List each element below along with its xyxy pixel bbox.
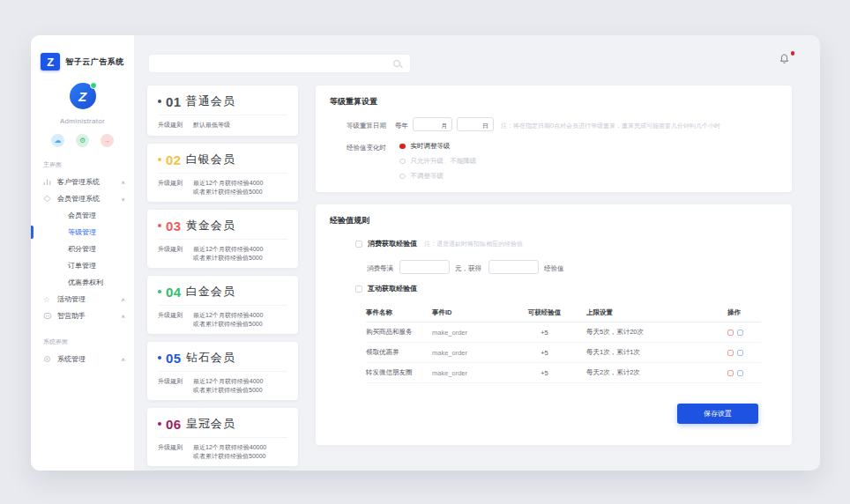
event-id: make_order [432,329,503,337]
rule-label: 升级规则 [158,443,193,460]
robot-face-icon [43,312,53,320]
level-number: 05 [166,351,182,366]
desktop-background: Z 智子云广告系统 Z Administrator ☁ ⚙ → 主界面 [0,0,850,504]
notification-bell-icon[interactable] [779,53,794,67]
main-content: 01 普通会员 升级规则 默认最低等级 02 白银会员 [135,35,820,471]
star-icon: ☆ [43,295,53,304]
online-status-dot [90,82,97,89]
radio-unselected-icon [399,174,406,180]
level-card-06[interactable]: 06 皇冠会员 升级规则 最近12个月获得经验40000或者累计获得经验值500… [147,408,298,466]
level-card-03[interactable]: 03 黄金会员 升级规则 最近12个月获得经验4000或者累计获得经验值5000 [147,210,298,268]
app-title: 智子云广告系统 [65,56,124,68]
exp-input[interactable] [489,265,538,278]
gear-icon [43,355,53,363]
logout-icon[interactable]: → [101,134,114,147]
col-header: 事件名称 [366,308,432,317]
sidebar-item-member-management[interactable]: 会员管理 [31,207,134,224]
event-limit: 每天2次，累计2次 [586,368,727,377]
rule-label: 升级规则 [158,377,193,394]
avatar[interactable]: Z [70,83,96,109]
radio-upgrade-only[interactable]: 只允许升级、不能降级 [399,157,477,166]
search-input[interactable] [149,56,410,73]
level-dot [158,290,161,293]
sidebar-item-activity-management[interactable]: ☆ 活动管理 ∧ [31,291,134,308]
level-dot [158,356,161,359]
divider [158,239,287,240]
rule-line: 默认最低等级 [193,121,230,130]
rule-line: 最近12个月获得经验4000 [193,245,263,254]
table-row: 购买商品和服务 make_order +5 每天5次，累计20次 [366,322,761,343]
level-card-02[interactable]: 02 白银会员 升级规则 最近12个月获得经验4000或者累计获得经验值5000 [147,144,298,202]
rule-label: 升级规则 [158,245,193,262]
search-icon[interactable] [393,60,400,67]
sidebar-item-label: 会员管理系统 [57,194,100,204]
consume-suffix-label: 经验值 [544,264,564,273]
month-input-wrap: 月 [413,117,452,131]
edit-icon[interactable] [737,350,743,356]
panel-title: 经验值规则 [330,215,369,226]
sidebar: Z 智子云广告系统 Z Administrator ☁ ⚙ → 主界面 [31,35,135,471]
edit-icon[interactable] [737,330,743,336]
username: Administrator [31,117,134,125]
level-card-05[interactable]: 05 钻石会员 升级规则 最近12个月获得经验4000或者累计获得经验值5000 [147,342,298,400]
level-recalc-panel: 等级重算设置 等级重算日期 每年 月 日 注：将在指定日期0点对会员进行等级重算… [316,85,792,192]
chevron-up-icon: ∧ [121,356,125,361]
delete-icon[interactable] [727,370,734,376]
checkbox-icon[interactable] [355,241,362,248]
checkbox-label: 消费获取经验值 [368,239,417,248]
month-input[interactable] [414,122,451,135]
rule-line: 最近12个月获得经验40000 [193,443,266,452]
day-input[interactable] [458,122,493,135]
divider [158,115,287,115]
level-number: 04 [166,285,182,300]
radio-no-adjust[interactable]: 不调整等级 [399,172,444,181]
yearly-label: 每年 [395,122,408,130]
menu-section-main: 主界面 [31,160,134,169]
rule-label: 升级规则 [158,121,193,130]
event-name: 领取优惠券 [366,348,432,357]
menu-section-system: 系统界面 [31,337,134,346]
event-exp: +5 [503,329,586,337]
event-exp: +5 [503,349,586,357]
level-name: 黄金会员 [186,218,235,233]
sidebar-item-level-management[interactable]: 等级管理 [31,224,134,241]
level-number: 02 [166,152,182,167]
delete-icon[interactable] [727,350,734,356]
gear-icon[interactable]: ⚙ [76,134,89,147]
active-indicator [31,226,34,239]
radio-realtime-adjust[interactable]: 实时调整等级 [399,142,451,151]
exp-change-label: 经验值变化时 [320,144,386,152]
sidebar-item-smart-assistant[interactable]: 智营助手 ∧ [31,308,134,324]
event-exp: +5 [503,369,586,377]
quick-actions: ☁ ⚙ → [31,134,134,147]
sidebar-item-points-management[interactable]: 积分管理 [31,241,134,257]
level-dot [158,224,161,227]
sidebar-item-label: 系统管理 [57,354,86,364]
chevron-up-icon: ∧ [121,179,125,184]
event-name: 购买商品和服务 [366,328,432,337]
edit-icon[interactable] [737,370,743,376]
cloud-icon[interactable]: ☁ [51,134,64,147]
sidebar-item-customer-system[interactable]: 客户管理系统 ∧ [31,174,134,190]
sidebar-item-member-system[interactable]: 会员管理系统 ∨ [31,190,134,207]
rule-label: 升级规则 [158,179,193,196]
interact-exp-checkbox-row[interactable]: 互动获取经验值 [355,284,417,293]
divider [158,305,287,306]
level-card-04[interactable]: 04 白金会员 升级规则 最近12个月获得经验4000或者累计获得经验值5000 [147,276,298,334]
level-dot [158,158,161,161]
sidebar-subitem-label: 等级管理 [68,227,96,237]
sidebar-item-system-management[interactable]: 系统管理 ∧ [31,351,134,367]
level-card-01[interactable]: 01 普通会员 升级规则 默认最低等级 [147,85,298,136]
rule-line: 或者累计获得经验值50000 [193,452,266,461]
sidebar-subitem-label: 订单管理 [68,261,96,271]
sidebar-item-coupon-rights[interactable]: 优惠券权利 [31,274,134,291]
save-settings-button[interactable]: 保存设置 [677,404,758,424]
checkbox-label: 互动获取经验值 [368,284,417,293]
sidebar-subitem-label: 会员管理 [68,211,96,220]
amount-input[interactable] [400,265,449,278]
delete-icon[interactable] [727,330,734,336]
consume-exp-checkbox-row[interactable]: 消费获取经验值 注：退货退款时将扣除相应的经验值 [355,239,523,248]
sidebar-item-order-management[interactable]: 订单管理 [31,257,134,274]
checkbox-icon[interactable] [355,285,362,293]
panel-title: 等级重算设置 [330,96,377,107]
